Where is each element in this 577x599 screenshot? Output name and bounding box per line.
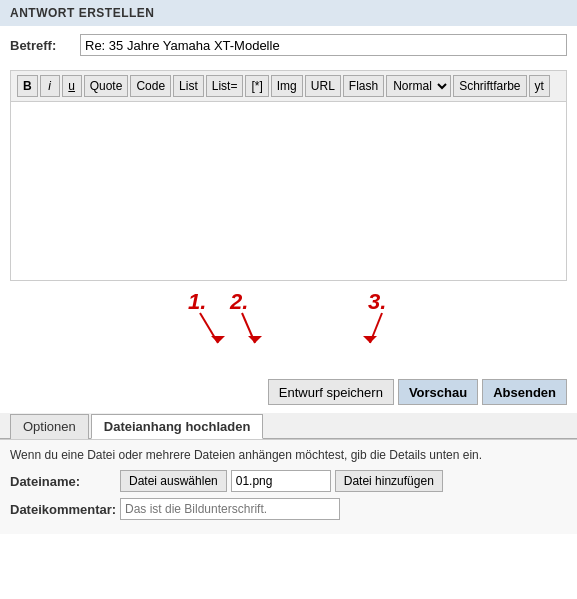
italic-button[interactable]: i xyxy=(40,75,60,97)
quote-button[interactable]: Quote xyxy=(84,75,129,97)
svg-text:2.: 2. xyxy=(229,289,248,314)
img-button[interactable]: Img xyxy=(271,75,303,97)
svg-marker-2 xyxy=(211,336,225,343)
page-title: ANTWORT ERSTELLEN xyxy=(0,0,577,26)
annotation-area: 1. 2. 3. xyxy=(0,281,577,371)
code-button[interactable]: Code xyxy=(130,75,171,97)
comment-input[interactable] xyxy=(120,498,340,520)
underline-button[interactable]: u xyxy=(62,75,82,97)
add-file-button[interactable]: Datei hinzufügen xyxy=(335,470,443,492)
url-button[interactable]: URL xyxy=(305,75,341,97)
font-color-button[interactable]: Schriftfarbe xyxy=(453,75,526,97)
message-textarea[interactable] xyxy=(11,102,566,280)
yt-button[interactable]: yt xyxy=(529,75,550,97)
svg-marker-5 xyxy=(248,336,262,343)
list-button[interactable]: List xyxy=(173,75,204,97)
upload-description: Wenn du eine Datei oder mehrere Dateien … xyxy=(10,448,567,462)
list-equal-button[interactable]: List= xyxy=(206,75,244,97)
bold-button[interactable]: B xyxy=(17,75,38,97)
subject-input[interactable] xyxy=(80,34,567,56)
font-size-select[interactable]: Normal xyxy=(386,75,451,97)
submit-button[interactable]: Absenden xyxy=(482,379,567,405)
action-area: Entwurf speichern Vorschau Absenden xyxy=(0,371,577,413)
subject-label: Betreff: xyxy=(10,38,80,53)
list-star-button[interactable]: [*] xyxy=(245,75,268,97)
editor-area xyxy=(10,101,567,281)
editor-toolbar: B i u Quote Code List List= [*] Img URL … xyxy=(10,70,567,101)
draft-button[interactable]: Entwurf speichern xyxy=(268,379,394,405)
preview-button[interactable]: Vorschau xyxy=(398,379,478,405)
tab-upload[interactable]: Dateianhang hochladen xyxy=(91,414,264,439)
tab-options[interactable]: Optionen xyxy=(10,414,89,439)
filename-label: Dateiname: xyxy=(10,474,120,489)
svg-marker-8 xyxy=(363,336,377,343)
tabs-container: Optionen Dateianhang hochladen xyxy=(0,413,577,439)
flash-button[interactable]: Flash xyxy=(343,75,384,97)
svg-text:1.: 1. xyxy=(188,289,206,314)
filename-input[interactable] xyxy=(231,470,331,492)
choose-file-button[interactable]: Datei auswählen xyxy=(120,470,227,492)
upload-area: Wenn du eine Datei oder mehrere Dateien … xyxy=(0,439,577,534)
annotation-svg: 1. 2. 3. xyxy=(0,281,577,371)
svg-text:3.: 3. xyxy=(368,289,386,314)
comment-label: Dateikommentar: xyxy=(10,502,120,517)
